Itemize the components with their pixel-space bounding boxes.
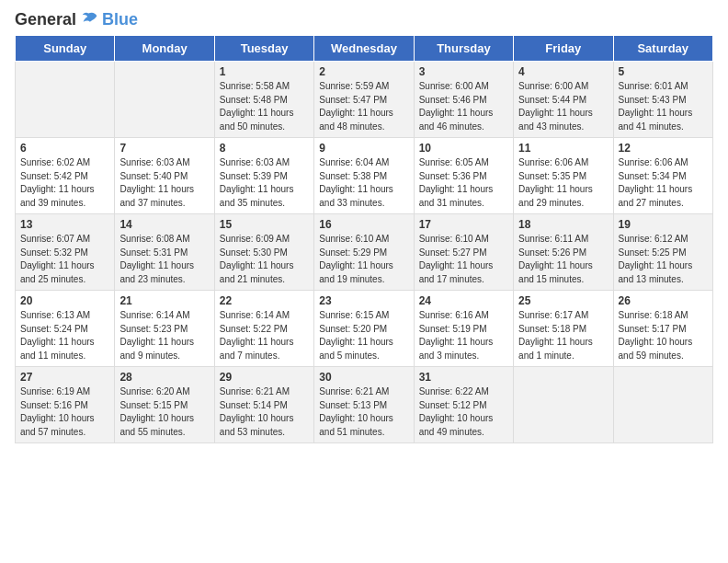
day-detail: Sunrise: 6:09 AMSunset: 5:30 PMDaylight:… (220, 233, 309, 286)
day-detail: Sunrise: 6:01 AMSunset: 5:43 PMDaylight:… (619, 80, 708, 133)
day-detail: Sunrise: 6:11 AMSunset: 5:26 PMDaylight:… (518, 233, 608, 286)
day-detail: Sunrise: 6:06 AMSunset: 5:34 PMDaylight:… (619, 156, 708, 210)
day-number: 5 (619, 65, 708, 78)
day-detail: Sunrise: 6:21 AMSunset: 5:13 PMDaylight:… (319, 385, 408, 439)
weekday-header-friday: Friday (514, 36, 613, 62)
day-number: 19 (619, 218, 708, 231)
day-detail: Sunrise: 6:06 AMSunset: 5:35 PMDaylight:… (518, 156, 608, 210)
logo-general-text: General (15, 10, 76, 29)
calendar-table: SundayMondayTuesdayWednesdayThursdayFrid… (15, 35, 713, 443)
calendar-cell: 16Sunrise: 6:10 AMSunset: 5:29 PMDayligh… (314, 214, 414, 291)
calendar-cell: 11Sunrise: 6:06 AMSunset: 5:35 PMDayligh… (514, 138, 613, 214)
day-number: 13 (20, 218, 109, 231)
day-number: 7 (119, 142, 209, 155)
day-number: 4 (518, 65, 608, 78)
day-detail: Sunrise: 6:00 AMSunset: 5:44 PMDaylight:… (518, 80, 608, 133)
calendar-cell: 21Sunrise: 6:14 AMSunset: 5:23 PMDayligh… (115, 291, 214, 367)
day-number: 14 (119, 218, 209, 231)
logo: General Blue (15, 9, 138, 29)
weekday-header-wednesday: Wednesday (314, 36, 414, 62)
weekday-header-row: SundayMondayTuesdayWednesdayThursdayFrid… (16, 36, 713, 62)
calendar-cell: 18Sunrise: 6:11 AMSunset: 5:26 PMDayligh… (514, 214, 613, 291)
calendar-cell: 5Sunrise: 6:01 AMSunset: 5:43 PMDaylight… (613, 62, 712, 138)
day-detail: Sunrise: 6:14 AMSunset: 5:23 PMDaylight:… (119, 309, 209, 362)
day-detail: Sunrise: 6:03 AMSunset: 5:39 PMDaylight:… (220, 156, 309, 210)
calendar-cell: 19Sunrise: 6:12 AMSunset: 5:25 PMDayligh… (613, 214, 712, 291)
day-number: 16 (319, 218, 408, 231)
day-detail: Sunrise: 6:20 AMSunset: 5:15 PMDaylight:… (119, 385, 209, 439)
day-number: 6 (20, 142, 109, 155)
week-row-2: 6Sunrise: 6:02 AMSunset: 5:42 PMDaylight… (16, 138, 713, 214)
calendar-cell: 6Sunrise: 6:02 AMSunset: 5:42 PMDaylight… (16, 138, 115, 214)
day-number: 23 (319, 294, 408, 307)
day-number: 8 (220, 142, 309, 155)
day-detail: Sunrise: 6:17 AMSunset: 5:18 PMDaylight:… (518, 309, 608, 362)
day-number: 27 (20, 371, 109, 384)
day-detail: Sunrise: 6:00 AMSunset: 5:46 PMDaylight:… (419, 80, 508, 133)
calendar-cell (16, 62, 115, 138)
week-row-5: 27Sunrise: 6:19 AMSunset: 5:16 PMDayligh… (16, 367, 713, 443)
weekday-header-tuesday: Tuesday (214, 36, 313, 62)
day-number: 3 (419, 65, 508, 78)
day-number: 21 (119, 294, 209, 307)
day-detail: Sunrise: 6:22 AMSunset: 5:12 PMDaylight:… (419, 385, 508, 439)
day-number: 1 (220, 65, 309, 78)
day-detail: Sunrise: 6:21 AMSunset: 5:14 PMDaylight:… (220, 385, 309, 439)
calendar-cell: 10Sunrise: 6:05 AMSunset: 5:36 PMDayligh… (414, 138, 513, 214)
calendar-cell: 14Sunrise: 6:08 AMSunset: 5:31 PMDayligh… (115, 214, 214, 291)
calendar-cell: 23Sunrise: 6:15 AMSunset: 5:20 PMDayligh… (314, 291, 414, 367)
day-detail: Sunrise: 6:18 AMSunset: 5:17 PMDaylight:… (619, 309, 708, 362)
weekday-header-saturday: Saturday (613, 36, 712, 62)
day-number: 29 (220, 371, 309, 384)
page-header: General Blue (15, 9, 713, 29)
day-detail: Sunrise: 6:07 AMSunset: 5:32 PMDaylight:… (20, 233, 109, 286)
day-detail: Sunrise: 6:08 AMSunset: 5:31 PMDaylight:… (119, 233, 209, 286)
day-detail: Sunrise: 6:13 AMSunset: 5:24 PMDaylight:… (20, 309, 109, 362)
day-number: 10 (419, 142, 508, 155)
logo-bird-icon (80, 9, 100, 29)
day-detail: Sunrise: 5:59 AMSunset: 5:47 PMDaylight:… (319, 80, 408, 133)
calendar-cell (115, 62, 214, 138)
calendar-cell: 17Sunrise: 6:10 AMSunset: 5:27 PMDayligh… (414, 214, 513, 291)
day-number: 17 (419, 218, 508, 231)
logo-blue-text: Blue (102, 10, 138, 29)
calendar-cell: 12Sunrise: 6:06 AMSunset: 5:34 PMDayligh… (613, 138, 712, 214)
day-number: 20 (20, 294, 109, 307)
day-detail: Sunrise: 6:12 AMSunset: 5:25 PMDaylight:… (619, 233, 708, 286)
day-detail: Sunrise: 6:10 AMSunset: 5:27 PMDaylight:… (419, 233, 508, 286)
calendar-cell: 15Sunrise: 6:09 AMSunset: 5:30 PMDayligh… (214, 214, 313, 291)
calendar-cell: 24Sunrise: 6:16 AMSunset: 5:19 PMDayligh… (414, 291, 513, 367)
day-number: 30 (319, 371, 408, 384)
weekday-header-sunday: Sunday (16, 36, 115, 62)
calendar-cell: 7Sunrise: 6:03 AMSunset: 5:40 PMDaylight… (115, 138, 214, 214)
calendar-cell: 2Sunrise: 5:59 AMSunset: 5:47 PMDaylight… (314, 62, 414, 138)
day-detail: Sunrise: 6:05 AMSunset: 5:36 PMDaylight:… (419, 156, 508, 210)
week-row-1: 1Sunrise: 5:58 AMSunset: 5:48 PMDaylight… (16, 62, 713, 138)
week-row-3: 13Sunrise: 6:07 AMSunset: 5:32 PMDayligh… (16, 214, 713, 291)
calendar-cell: 3Sunrise: 6:00 AMSunset: 5:46 PMDaylight… (414, 62, 513, 138)
day-detail: Sunrise: 6:04 AMSunset: 5:38 PMDaylight:… (319, 156, 408, 210)
calendar-cell: 9Sunrise: 6:04 AMSunset: 5:38 PMDaylight… (314, 138, 414, 214)
calendar-cell: 25Sunrise: 6:17 AMSunset: 5:18 PMDayligh… (514, 291, 613, 367)
day-number: 24 (419, 294, 508, 307)
weekday-header-monday: Monday (115, 36, 214, 62)
calendar-cell: 1Sunrise: 5:58 AMSunset: 5:48 PMDaylight… (214, 62, 313, 138)
day-detail: Sunrise: 6:10 AMSunset: 5:29 PMDaylight:… (319, 233, 408, 286)
day-number: 22 (220, 294, 309, 307)
calendar-cell: 31Sunrise: 6:22 AMSunset: 5:12 PMDayligh… (414, 367, 513, 443)
calendar-cell: 4Sunrise: 6:00 AMSunset: 5:44 PMDaylight… (514, 62, 613, 138)
day-detail: Sunrise: 6:14 AMSunset: 5:22 PMDaylight:… (220, 309, 309, 362)
calendar-cell: 8Sunrise: 6:03 AMSunset: 5:39 PMDaylight… (214, 138, 313, 214)
calendar-cell: 20Sunrise: 6:13 AMSunset: 5:24 PMDayligh… (16, 291, 115, 367)
calendar-cell (514, 367, 613, 443)
day-number: 15 (220, 218, 309, 231)
day-detail: Sunrise: 5:58 AMSunset: 5:48 PMDaylight:… (220, 80, 309, 133)
calendar-cell: 13Sunrise: 6:07 AMSunset: 5:32 PMDayligh… (16, 214, 115, 291)
day-detail: Sunrise: 6:02 AMSunset: 5:42 PMDaylight:… (20, 156, 109, 210)
day-number: 26 (619, 294, 708, 307)
day-number: 25 (518, 294, 608, 307)
day-number: 18 (518, 218, 608, 231)
weekday-header-thursday: Thursday (414, 36, 513, 62)
day-number: 9 (319, 142, 408, 155)
day-number: 2 (319, 65, 408, 78)
